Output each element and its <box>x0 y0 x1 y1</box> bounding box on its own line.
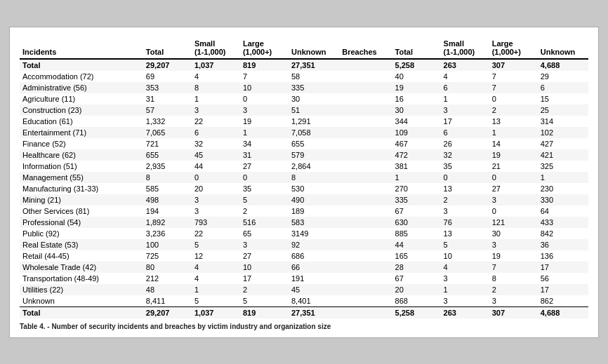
cell-i_large: 31 <box>240 149 289 161</box>
cell-b_small: 263 <box>441 59 489 71</box>
cell-industry: Construction (23) <box>20 105 143 116</box>
col-incidents: Incidents <box>20 37 143 59</box>
table-row: Retail (44-45)72512276861651019136 <box>20 250 588 262</box>
cell-i_large: 10 <box>240 82 289 93</box>
cell-industry: Transportation (48-49) <box>20 273 143 284</box>
cell-b_large: 1 <box>489 127 538 138</box>
cell-i_small: 0 <box>192 172 240 183</box>
cell-b_total: 472 <box>392 149 441 161</box>
table-container: Incidents Total Small(1-1,000) Large(1,0… <box>9 27 599 338</box>
cell-i_large: 819 <box>240 59 289 71</box>
cell-i_small: 45 <box>192 149 240 161</box>
cell-b_small: 263 <box>441 306 489 318</box>
cell-i_large: 2 <box>240 284 289 295</box>
cell-b_large: 121 <box>489 217 538 228</box>
table-row: Wholesale Trade (42)8041066284717 <box>20 262 588 273</box>
cell-i_large: 7 <box>240 71 289 82</box>
cell-b_unknown: 25 <box>538 105 588 116</box>
cell-i_total: 194 <box>143 205 192 217</box>
cell-i_small: 1,037 <box>192 59 240 71</box>
table-row: Transportation (48-49)212417191673856 <box>20 273 588 284</box>
cell-industry: Entertainment (71) <box>20 127 143 138</box>
cell-industry: Utilities (22) <box>20 284 143 295</box>
cell-b_unknown: 421 <box>538 149 588 161</box>
cell-i_large: 10 <box>240 262 289 273</box>
cell-industry: Other Services (81) <box>20 205 143 217</box>
cell-b_unknown: 325 <box>538 161 588 172</box>
cell-i_large: 5 <box>240 194 289 205</box>
cell-i_total: 8 <box>143 172 192 183</box>
cell-b_total: 67 <box>392 205 441 217</box>
cell-b_small: 32 <box>441 149 489 161</box>
cell-b_unknown: 17 <box>538 284 588 295</box>
cell-industry: Management (55) <box>20 172 143 183</box>
cell-i_unknown: 30 <box>289 93 339 105</box>
cell-industry: Unknown <box>20 295 143 307</box>
cell-i_total: 31 <box>143 93 192 105</box>
cell-b_unknown: 433 <box>538 217 588 228</box>
table-row: Utilities (22)481245201217 <box>20 284 588 295</box>
table-row: Finance (52)72132346554672614427 <box>20 138 588 149</box>
cell-i_total: 7,065 <box>143 127 192 138</box>
cell-i_small: 12 <box>192 250 240 262</box>
cell-b_large: 7 <box>489 262 538 273</box>
cell-i_unknown: 1,291 <box>289 116 339 127</box>
cell-b_unknown: 17 <box>538 262 588 273</box>
col-large1: Large(1,000+) <box>240 37 289 59</box>
cell-b_unknown: 136 <box>538 250 588 262</box>
cell-b_unknown: 36 <box>538 239 588 250</box>
cell-i_large: 19 <box>240 116 289 127</box>
col-large2: Large(1,000+) <box>489 37 538 59</box>
cell-b_total: 16 <box>392 93 441 105</box>
cell-industry: Professional (54) <box>20 217 143 228</box>
cell-i_unknown: 189 <box>289 205 339 217</box>
cell-industry: Accommodation (72) <box>20 71 143 82</box>
cell-industry: Wholesale Trade (42) <box>20 262 143 273</box>
cell-i_total: 498 <box>143 194 192 205</box>
cell-b_small: 1 <box>441 93 489 105</box>
cell-i_unknown: 335 <box>289 82 339 93</box>
cell-b_small: 1 <box>441 284 489 295</box>
cell-b_unknown: 230 <box>538 183 588 194</box>
data-table: Incidents Total Small(1-1,000) Large(1,0… <box>20 37 588 318</box>
table-row: Mining (21)4983549033523330 <box>20 194 588 205</box>
cell-b_unknown: 6 <box>538 82 588 93</box>
cell-b_large: 8 <box>489 273 538 284</box>
cell-b_small: 17 <box>441 116 489 127</box>
cell-i_large: 3 <box>240 239 289 250</box>
table-row: Total29,2071,03781927,3515,2582633074,68… <box>20 306 588 318</box>
cell-i_small: 32 <box>192 138 240 149</box>
cell-i_large: 2 <box>240 205 289 217</box>
table-row: Other Services (81)19432189673064 <box>20 205 588 217</box>
cell-i_total: 212 <box>143 273 192 284</box>
table-row: Manufacturing (31-33)5852035530270132723… <box>20 183 588 194</box>
cell-b_total: 28 <box>392 262 441 273</box>
cell-i_unknown: 27,351 <box>289 59 339 71</box>
table-row: Unknown8,411558,40186833862 <box>20 295 588 307</box>
cell-i_small: 3 <box>192 205 240 217</box>
table-row: Agriculture (11)311030161015 <box>20 93 588 105</box>
cell-i_large: 0 <box>240 172 289 183</box>
col-unknown2: Unknown <box>538 37 588 59</box>
cell-b_large: 27 <box>489 183 538 194</box>
cell-i_large: 34 <box>240 138 289 149</box>
cell-i_large: 17 <box>240 273 289 284</box>
cell-i_total: 29,207 <box>143 59 192 71</box>
cell-i_unknown: 58 <box>289 71 339 82</box>
cell-b_large: 3 <box>489 239 538 250</box>
cell-b_large: 0 <box>489 172 538 183</box>
cell-i_total: 29,207 <box>143 306 192 318</box>
cell-i_small: 5 <box>192 239 240 250</box>
cell-i_unknown: 8,401 <box>289 295 339 307</box>
cell-b_large: 19 <box>489 250 538 262</box>
cell-b_large: 19 <box>489 149 538 161</box>
cell-b_large: 307 <box>489 306 538 318</box>
cell-i_total: 1,892 <box>143 217 192 228</box>
cell-b_total: 270 <box>392 183 441 194</box>
cell-industry: Administrative (56) <box>20 82 143 93</box>
cell-b_total: 44 <box>392 239 441 250</box>
cell-b_large: 7 <box>489 71 538 82</box>
table-row: Construction (23)573351303225 <box>20 105 588 116</box>
cell-i_total: 8,411 <box>143 295 192 307</box>
cell-b_unknown: 29 <box>538 71 588 82</box>
